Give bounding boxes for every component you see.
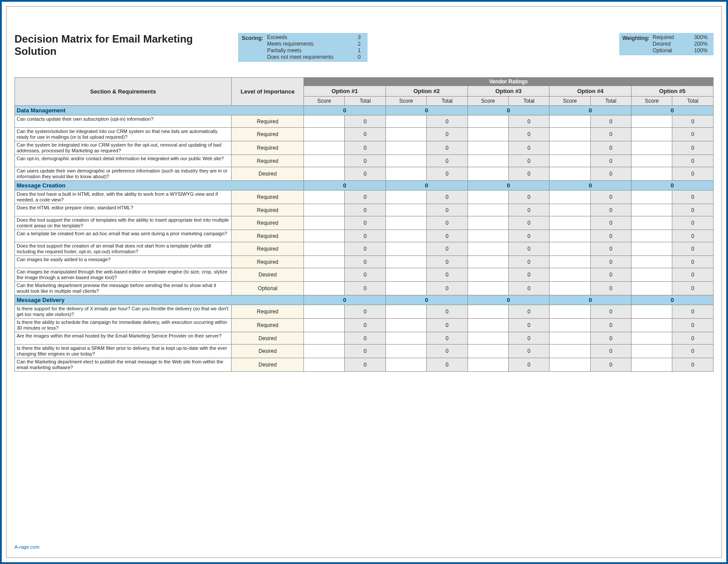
score-cell [304, 190, 345, 204]
total-cell: 0 [345, 115, 385, 128]
section-total: 0 [631, 181, 713, 190]
score-cell [304, 268, 345, 282]
score-cell [550, 358, 590, 372]
score-cell [550, 216, 590, 230]
weighting-val: 100% [690, 47, 712, 54]
score-cell [385, 282, 426, 295]
score-cell [385, 332, 426, 345]
total-cell: 0 [672, 345, 714, 358]
score-cell [385, 305, 426, 319]
total-cell: 0 [590, 167, 631, 181]
section-total: 0 [550, 181, 632, 190]
requirement-row: Does the HTML editor prepare clean, stan… [15, 204, 714, 216]
requirement-text: Can the Marketing department elect to pu… [15, 358, 232, 372]
total-cell: 0 [590, 128, 631, 141]
score-cell [385, 204, 426, 216]
score-cell [467, 332, 508, 345]
score-cell [385, 141, 426, 155]
score-cell [385, 230, 426, 242]
score-cell [631, 141, 672, 155]
weighting-desc: Optional [653, 47, 690, 54]
total-cell: 0 [672, 305, 714, 319]
score-cell [467, 345, 508, 358]
total-cell: 0 [508, 358, 549, 372]
total-cell: 0 [590, 282, 631, 295]
requirement-row: Is there the ability to test against a S… [15, 345, 714, 358]
requirement-text: Can a template be created from an ad-hoc… [15, 230, 232, 242]
requirement-row: Does the tool have a built in HTML edito… [15, 190, 714, 204]
total-cell: 0 [427, 305, 467, 319]
total-cell: 0 [345, 230, 385, 242]
importance-value: Required [232, 256, 304, 268]
requirement-row: Are the images within the email hosted b… [15, 332, 714, 345]
total-cell: 0 [672, 216, 714, 230]
scoring-val: 3 [353, 34, 366, 41]
section-total: 0 [631, 106, 713, 115]
requirement-text: Is there the ability to test against a S… [15, 345, 232, 358]
score-cell [467, 256, 508, 268]
score-cell [467, 230, 508, 242]
total-cell: 0 [672, 204, 714, 216]
score-cell [385, 155, 426, 167]
score-cell [550, 230, 590, 242]
requirement-row: Can a template be created from an ad-hoc… [15, 230, 714, 242]
requirement-text: Can images be manipulated through the we… [15, 268, 232, 282]
total-cell: 0 [672, 128, 714, 141]
score-cell [385, 268, 426, 282]
total-cell: 0 [345, 190, 385, 204]
requirement-row: Can the system be integrated into our CR… [15, 141, 714, 155]
header-total: Total [345, 97, 385, 106]
scoring-val: 1 [353, 47, 366, 54]
requirement-row: Is there the ability to schedule the cam… [15, 319, 714, 332]
total-cell: 0 [427, 332, 467, 345]
scoring-desc: Meets requirements [267, 41, 353, 47]
weighting-desc: Required [653, 34, 690, 41]
requirement-text: Does the HTML editor prepare clean, stan… [15, 204, 232, 216]
requirement-row: Is there support for the delivery of X e… [15, 305, 714, 319]
score-cell [631, 216, 672, 230]
score-cell [631, 305, 672, 319]
total-cell: 0 [590, 319, 631, 332]
header-importance: Level of Importance [232, 78, 304, 106]
total-cell: 0 [590, 256, 631, 268]
decision-matrix-table: Section & Requirements Level of Importan… [14, 77, 714, 372]
header-score: Score [631, 97, 672, 106]
total-cell: 0 [590, 155, 631, 167]
score-cell [304, 256, 345, 268]
score-cell [550, 282, 590, 295]
score-cell [631, 282, 672, 295]
section-header-row: Data Management00000 [15, 106, 714, 115]
total-cell: 0 [590, 216, 631, 230]
section-total: 0 [550, 106, 632, 115]
requirement-row: Can the Marketing department preview the… [15, 282, 714, 295]
score-cell [550, 190, 590, 204]
scoring-val: 2 [353, 41, 366, 47]
total-cell: 0 [508, 128, 549, 141]
total-cell: 0 [345, 282, 385, 295]
requirement-row: Can the Marketing department elect to pu… [15, 358, 714, 372]
importance-value: Required [232, 128, 304, 141]
total-cell: 0 [508, 190, 549, 204]
score-cell [550, 345, 590, 358]
header-total: Total [590, 97, 631, 106]
section-header-row: Message Creation00000 [15, 181, 714, 190]
score-cell [304, 332, 345, 345]
total-cell: 0 [427, 256, 467, 268]
total-cell: 0 [427, 190, 467, 204]
total-cell: 0 [427, 167, 467, 181]
score-cell [304, 242, 345, 256]
total-cell: 0 [508, 242, 549, 256]
score-cell [385, 242, 426, 256]
score-cell [550, 268, 590, 282]
total-cell: 0 [672, 268, 714, 282]
importance-value: Required [232, 155, 304, 167]
header-score: Score [467, 97, 508, 106]
importance-value: Required [232, 115, 304, 128]
score-cell [631, 167, 672, 181]
score-cell [550, 319, 590, 332]
total-cell: 0 [345, 345, 385, 358]
importance-value: Required [232, 230, 304, 242]
total-cell: 0 [672, 190, 714, 204]
total-cell: 0 [345, 332, 385, 345]
total-cell: 0 [427, 128, 467, 141]
